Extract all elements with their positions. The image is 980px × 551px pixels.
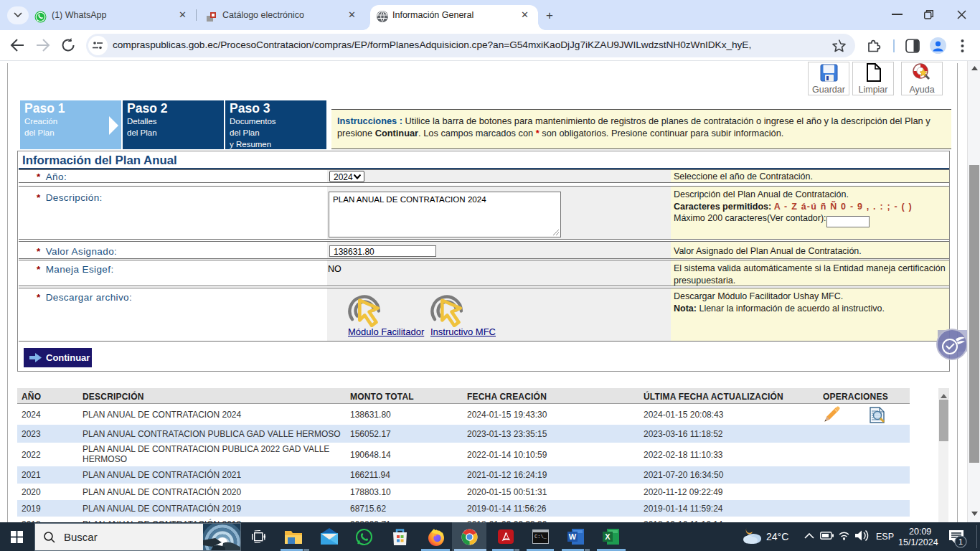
svg-text:C:\_: C:\_ [534, 534, 547, 540]
svg-text:1: 1 [958, 537, 963, 546]
svg-text:W: W [569, 532, 577, 541]
svg-text:X: X [605, 532, 611, 541]
